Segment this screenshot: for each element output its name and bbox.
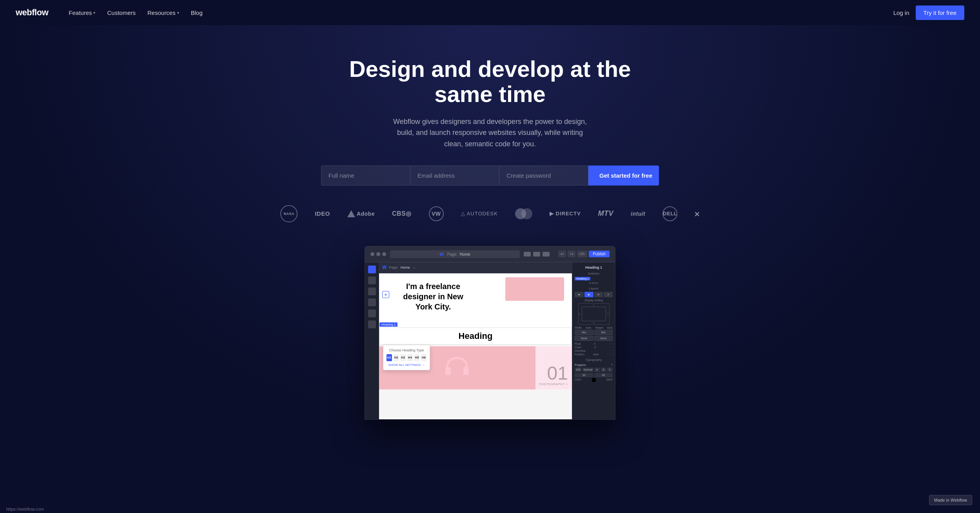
- overflow-icons: · · · ·: [607, 349, 613, 352]
- overflow-label: Overflow: [575, 349, 586, 352]
- min-width-input[interactable]: Min: [575, 330, 593, 335]
- heading-label: Heading 1: [575, 266, 613, 269]
- font-dropdown-icon[interactable]: ▾: [611, 363, 613, 366]
- add-element-button[interactable]: +: [382, 291, 389, 298]
- hero-section: Design and develop at the same time Webf…: [0, 25, 980, 443]
- nav-customers[interactable]: Customers: [102, 6, 140, 19]
- h4-option[interactable]: H4: [407, 354, 413, 361]
- dropdown-title: Choose Heading Type: [387, 348, 426, 352]
- breadcrumb-separator: ⌂: [413, 266, 415, 269]
- tab-icon-mobile: [543, 252, 550, 256]
- logo-vw: VW: [429, 206, 444, 221]
- browser-dot-expand: [382, 252, 386, 256]
- cms-icon[interactable]: [368, 309, 376, 317]
- login-link[interactable]: Log in: [893, 9, 909, 16]
- browser-urlbar: W Page: Home: [390, 250, 520, 258]
- logo-adobe: Adobe: [347, 210, 375, 217]
- nav-features[interactable]: Features ▾: [64, 6, 100, 19]
- redo-button[interactable]: ↪: [568, 251, 575, 257]
- show-all-settings-link[interactable]: SHOW ALL SETTINGS →: [387, 363, 426, 367]
- password-input[interactable]: [499, 166, 588, 186]
- chevron-down-icon: ▾: [177, 11, 179, 15]
- status-url: https://webflow.com: [6, 507, 44, 511]
- page-home: Home: [401, 266, 410, 269]
- page-label: Page:: [389, 266, 398, 269]
- clear-label: · · ·: [609, 342, 613, 345]
- styles-icon[interactable]: [368, 287, 376, 295]
- heading-text: Heading: [383, 331, 568, 341]
- chevron-down-icon: ▾: [93, 11, 95, 15]
- h1-option[interactable]: H1: [387, 354, 392, 361]
- logo-intuit: intuit: [631, 211, 645, 217]
- h6-option[interactable]: H6: [421, 354, 426, 361]
- ecommerce-icon[interactable]: [368, 320, 376, 328]
- browser-toolbar: W Page: Home ↩ ↪ </> Publish: [365, 246, 615, 262]
- signup-form: Get started for free: [337, 166, 643, 186]
- get-started-button[interactable]: Get started for free: [588, 166, 659, 186]
- logo-nasa: NASA: [280, 205, 298, 222]
- max-height-input[interactable]: None: [594, 336, 613, 341]
- display-block[interactable]: ■: [575, 292, 584, 297]
- h3-option[interactable]: H3: [400, 354, 406, 361]
- h5-option[interactable]: H5: [414, 354, 420, 361]
- heading-element[interactable]: Heading 1 Heading: [379, 327, 572, 345]
- min-height-input[interactable]: Min: [594, 330, 613, 335]
- publish-button[interactable]: Publish: [589, 251, 610, 257]
- logos-strip: NASA IDEO Adobe CBS◎ VW △ AUTODESK ▶ DIR…: [16, 205, 964, 246]
- font-size-value[interactable]: 30: [575, 373, 593, 377]
- editor-screenshot: W Page: Home ↩ ↪ </> Publish: [357, 246, 623, 420]
- display-none[interactable]: ✕: [604, 292, 613, 297]
- font-weight-input[interactable]: 400: [575, 367, 582, 372]
- code-button[interactable]: </>: [577, 251, 587, 257]
- h2-option[interactable]: H2: [394, 354, 399, 361]
- canvas-hero: + I'm a freelance designer in New York C…: [379, 273, 572, 316]
- webflow-w-icon: W: [382, 265, 387, 270]
- height-label: Height: [595, 326, 603, 329]
- assets-icon[interactable]: [368, 298, 376, 306]
- email-input[interactable]: [410, 166, 499, 186]
- auto-label: Auto: [586, 326, 591, 329]
- display-flex[interactable]: ⊞: [594, 292, 603, 297]
- design-area: + I'm a freelance designer in New York C…: [379, 273, 572, 418]
- svg-rect-1: [463, 367, 469, 375]
- font-style-input[interactable]: Normal: [583, 367, 594, 372]
- color-label-typo: Color: [575, 378, 581, 382]
- logo-cbs: CBS◎: [392, 210, 412, 217]
- color-swatch[interactable]: [592, 378, 596, 382]
- photo-label: PHOTOGRAPHY +: [539, 383, 568, 386]
- color-label: Color: [575, 346, 581, 349]
- status-bar: https://webflow.com: [0, 505, 50, 513]
- display-setting-label: Display Setting: [575, 299, 613, 302]
- font-align-input[interactable]: A: [601, 367, 606, 372]
- nav-blog[interactable]: Blog: [186, 6, 207, 19]
- undo-button[interactable]: ↩: [558, 251, 566, 257]
- add-element-icon[interactable]: [368, 266, 376, 273]
- max-width-input[interactable]: None: [575, 336, 593, 341]
- canvas-topbar: W Page: Home ⌂: [379, 262, 572, 273]
- color-value: black: [606, 378, 613, 382]
- brand-logo[interactable]: webflow: [16, 7, 48, 18]
- canvas-decoration: [505, 277, 564, 301]
- tab-icon-desktop: [524, 252, 531, 256]
- nav-resources[interactable]: Resources ▾: [143, 6, 184, 19]
- x-label-2: X: [594, 346, 596, 349]
- editor-content: W Page: Home ⌂ + I'm a freelance designe…: [365, 262, 615, 419]
- try-free-button[interactable]: Try it for free: [916, 5, 964, 20]
- font-edit[interactable]: ✎: [607, 367, 613, 372]
- navigator-icon[interactable]: [368, 277, 376, 284]
- logo-dell: DELL: [662, 206, 677, 221]
- svg-rect-0: [445, 367, 451, 375]
- selector-tag[interactable]: Heading 1: [575, 277, 590, 280]
- font-size-input[interactable]: ▾: [594, 367, 600, 372]
- line-height-value[interactable]: 40: [594, 373, 613, 377]
- page-name: Home: [460, 252, 470, 256]
- selector-none: ● None: [575, 282, 613, 284]
- color-icons: · · ·: [609, 346, 613, 349]
- name-input[interactable]: [321, 166, 410, 186]
- selector-label: Selector: [575, 272, 613, 275]
- x-label: X: [594, 342, 596, 345]
- logo-mastercard: [515, 208, 532, 219]
- browser-dot-minimize: [376, 252, 380, 256]
- display-inline-block[interactable]: ▣: [584, 292, 593, 297]
- editor-left-panel: [365, 262, 379, 419]
